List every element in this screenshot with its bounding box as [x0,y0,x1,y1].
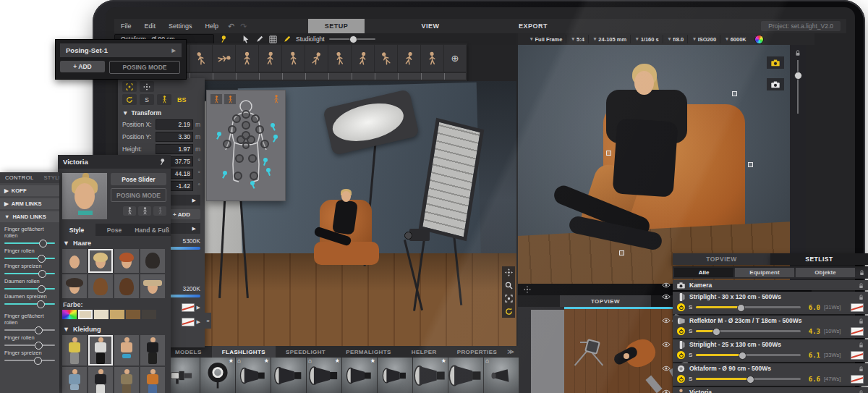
pose-thumbnail[interactable] [282,45,305,72]
power-slider[interactable] [696,378,801,380]
slider-track[interactable] [4,329,55,331]
slider-track[interactable] [4,303,55,305]
lock-icon[interactable] [858,282,864,289]
body-map-mode-icon[interactable] [224,94,236,104]
pin-icon[interactable] [158,158,166,166]
menu-edit[interactable]: Edit [138,22,163,30]
active-camera-button[interactable] [767,56,784,69]
undo-icon[interactable]: ↶ [225,22,237,31]
setlist-row-light[interactable]: Oktaform - Ø 90 cm - 500Ws S6.6[47Ws] [660,363,868,386]
pen-tool-icon[interactable] [255,35,264,44]
model-figure[interactable] [332,199,358,235]
hair-thumbnail[interactable] [140,274,165,298]
tab-style[interactable]: Style [58,224,95,236]
pose-thumbnail[interactable] [352,45,374,72]
flashlight-thumbnail[interactable]: ★ [200,358,235,393]
s-mode-button[interactable]: S [140,94,154,105]
tab-view[interactable]: VIEW [402,19,459,33]
move-object-icon[interactable] [140,81,154,92]
eye-icon[interactable] [660,387,673,393]
height-field[interactable]: 1.97 [156,144,193,154]
eye-icon[interactable] [660,316,673,338]
tab-export[interactable]: EXPORT [505,19,561,33]
focus-frame-icon[interactable] [505,295,513,303]
slider-track[interactable] [4,360,55,361]
zoom-tool-icon[interactable] [505,282,513,290]
body-map-figure-icon[interactable] [273,95,280,103]
position-y-field[interactable]: 3.30 [156,132,193,142]
tab-permalights[interactable]: PERMALIGHTS [336,346,401,358]
clothing-thumbnail[interactable] [88,367,113,393]
sidebar-collapse-tab[interactable]: « [205,313,211,329]
section-hand-links[interactable]: ▼HAND LINKS [0,211,59,222]
pin-icon[interactable] [218,35,228,44]
body-joint-map[interactable] [207,90,285,200]
setlist-row-kamera[interactable]: Kamera [660,280,868,290]
pose-thumbnail[interactable] [328,45,351,72]
slider-track[interactable] [4,345,55,346]
pose-thumbnail[interactable] [259,45,281,72]
clothing-thumbnail[interactable] [62,335,87,365]
sensor-format-select[interactable]: ▾Full Frame [527,35,566,43]
flashlight-thumbnail[interactable]: ⌂★ [236,358,271,393]
slider-track[interactable] [4,288,55,290]
hair-thumbnail[interactable] [140,249,165,273]
flashlight-thumbnail[interactable] [271,358,306,393]
hair-thumbnail[interactable] [62,249,87,273]
tab-hand-fuss[interactable]: Hand & Fuß [133,224,171,236]
hair-color-swatch-selected[interactable] [78,310,93,319]
pose-thumbnail[interactable] [190,45,212,72]
eye-icon[interactable] [660,280,673,290]
pose-thumbnail[interactable] [375,45,397,72]
hair-color-rainbow-swatch[interactable] [62,310,77,319]
clothing-thumbnail[interactable] [114,335,139,365]
tab-control[interactable]: CONTROL [0,174,38,181]
eye-icon[interactable] [660,339,673,362]
mirror-pose-icon[interactable] [123,206,136,216]
camera-zoom-slider[interactable] [797,60,799,114]
flashlight-thumbnail[interactable]: ★ [413,358,448,393]
camera-preview[interactable] [518,45,790,284]
reset-view-icon[interactable] [505,308,513,316]
favorite-star-icon[interactable]: ★ [335,358,340,364]
aspect-ratio-select[interactable]: ▾5:4 [568,35,588,43]
posing-mode-button[interactable]: POSING MODE [111,188,166,202]
color-wheel-icon[interactable] [754,35,764,44]
clothing-thumbnail[interactable] [140,367,165,393]
tab-models[interactable]: MODELS [165,346,212,358]
pose-thumbnail[interactable] [213,45,235,72]
power-toggle[interactable] [677,303,685,311]
gel-color-swatch[interactable] [851,351,864,360]
menu-file[interactable]: File [114,22,138,30]
figure-mode-icon[interactable] [157,94,171,105]
pose-timeline[interactable] [166,73,466,80]
body-map-mode-icon[interactable] [210,94,222,104]
favorite-star-icon[interactable]: ★ [229,358,234,364]
lock-icon[interactable] [858,342,864,348]
flashlight-thumbnail[interactable] [448,358,483,393]
hair-thumbnail[interactable] [62,274,87,298]
selection-handle[interactable] [606,151,611,156]
add-camera-button[interactable] [767,78,784,90]
gel-color-swatch[interactable] [851,375,864,384]
clothing-thumbnail[interactable] [140,335,165,365]
power-slider[interactable] [696,354,801,356]
light-mode-icon[interactable] [122,94,137,105]
filter-alle[interactable]: Alle [674,268,733,277]
lock-icon[interactable] [858,294,864,300]
draw-line-tool-icon[interactable] [282,35,292,44]
flashlight-thumbnail[interactable]: ★ [342,358,377,393]
power-toggle[interactable] [677,375,685,383]
tab-setlist[interactable]: SETLIST [770,253,868,265]
tab-topview[interactable]: TOPVIEW [673,253,770,265]
tab-pose[interactable]: Pose [95,224,133,236]
redo-icon[interactable]: ↷ [237,22,250,31]
posing-mode-button[interactable]: POSING MODE [109,61,180,74]
cursor-tool-icon[interactable] [241,35,250,44]
clothing-thumbnail-selected[interactable] [88,335,113,365]
selection-handle[interactable] [732,91,737,96]
add-pose-button[interactable]: ⊕ [444,45,466,72]
flashlight-thumbnail[interactable]: ⌂ [484,358,519,393]
filter-objekte[interactable]: Objekte [796,268,855,277]
pose-slider-button[interactable]: Pose Slider [111,173,166,185]
